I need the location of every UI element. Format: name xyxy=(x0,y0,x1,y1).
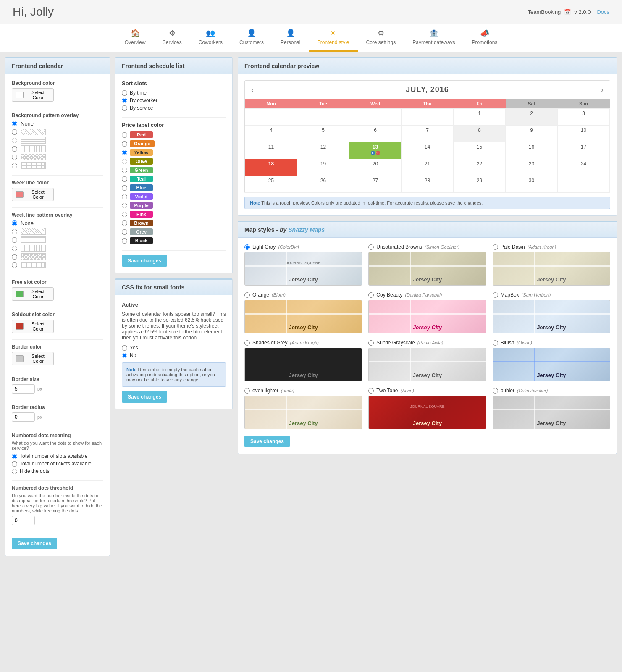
cal-day-16[interactable]: 16 xyxy=(506,142,558,159)
pattern-5-radio[interactable] xyxy=(12,163,17,168)
cal-day-4[interactable]: 4 xyxy=(245,126,297,142)
schedule-save-button[interactable]: Save changes xyxy=(122,255,167,267)
map-subtle-grey-radio[interactable] xyxy=(368,340,374,346)
sort-by-service-radio[interactable] xyxy=(122,105,127,111)
cal-day-17[interactable]: 17 xyxy=(558,142,610,159)
dots-threshold-input[interactable] xyxy=(12,516,35,525)
cal-day-30[interactable]: 30 xyxy=(506,176,558,193)
price-teal-radio[interactable] xyxy=(122,176,127,182)
cal-day-9[interactable]: 9 xyxy=(506,126,558,142)
price-yellow-radio[interactable] xyxy=(122,150,127,155)
week-pattern-2-radio[interactable] xyxy=(12,237,17,243)
css-fix-no-radio[interactable] xyxy=(122,353,127,358)
cal-day-5[interactable]: 5 xyxy=(297,126,349,142)
price-purple-radio[interactable] xyxy=(122,203,127,208)
map-coy-radio[interactable] xyxy=(368,292,374,298)
css-fix-no[interactable]: No xyxy=(122,352,226,358)
map-bluish-radio[interactable] xyxy=(493,340,498,346)
sort-by-coworker-radio[interactable] xyxy=(122,98,127,103)
pattern-none-radio[interactable] xyxy=(12,121,17,126)
calendar-next-button[interactable]: › xyxy=(601,85,604,94)
cal-day-18[interactable]: 18 xyxy=(245,159,297,176)
css-fix-save-button[interactable]: Save changes xyxy=(122,391,167,403)
css-fix-yes-radio[interactable] xyxy=(122,345,127,351)
pattern-3-radio[interactable] xyxy=(12,146,17,152)
price-pink-radio[interactable] xyxy=(122,212,127,217)
dots-option-tickets[interactable]: Total number of tickets available xyxy=(12,461,103,467)
cal-day-21[interactable]: 21 xyxy=(402,159,454,176)
pattern-4-radio[interactable] xyxy=(12,155,17,160)
week-pattern-3-radio[interactable] xyxy=(12,246,17,251)
week-line-color-button[interactable]: Select Color xyxy=(12,188,54,201)
bg-color-button[interactable]: Select Color xyxy=(12,88,54,102)
price-red-radio[interactable] xyxy=(122,132,127,138)
dots-tickets-radio[interactable] xyxy=(12,461,17,467)
sort-by-service[interactable]: By service xyxy=(122,105,226,111)
cal-day-11[interactable]: 11 xyxy=(245,142,297,159)
sort-by-time-radio[interactable] xyxy=(122,90,127,96)
cal-day-1[interactable]: 1 xyxy=(454,109,506,126)
dots-hide-radio[interactable] xyxy=(12,469,17,474)
calendar-prev-button[interactable]: ‹ xyxy=(251,85,254,94)
frontend-calendar-save-button[interactable]: Save changes xyxy=(12,538,57,549)
price-black-radio[interactable] xyxy=(122,238,127,244)
cal-day-15[interactable]: 15 xyxy=(454,142,506,159)
cal-day-6[interactable]: 6 xyxy=(349,126,402,142)
cal-day-10[interactable]: 10 xyxy=(558,126,610,142)
nav-promotions[interactable]: 📣 Promotions xyxy=(464,24,506,52)
week-pattern-4-radio[interactable] xyxy=(12,254,17,260)
price-green-radio[interactable] xyxy=(122,168,127,173)
cal-day-25[interactable]: 25 xyxy=(245,176,297,193)
price-grey-radio[interactable] xyxy=(122,229,127,235)
price-blue-radio[interactable] xyxy=(122,185,127,191)
map-shades-grey-radio[interactable] xyxy=(244,340,250,346)
cal-day-22[interactable]: 22 xyxy=(454,159,506,176)
border-color-button[interactable]: Select Color xyxy=(12,352,54,365)
price-violet-radio[interactable] xyxy=(122,194,127,200)
cal-day-14[interactable]: 14 xyxy=(402,142,454,159)
cal-day-20[interactable]: 20 xyxy=(349,159,402,176)
cal-day-26[interactable]: 26 xyxy=(297,176,349,193)
border-size-input[interactable] xyxy=(12,384,35,394)
week-pattern-1-radio[interactable] xyxy=(12,229,17,234)
map-even-lighter-radio[interactable] xyxy=(244,388,250,394)
nav-core-settings[interactable]: ⚙ Core settings xyxy=(358,24,404,52)
nav-personal[interactable]: 👤 Personal xyxy=(272,24,309,52)
nav-payment-gateways[interactable]: 🏦 Payment gateways xyxy=(404,24,463,52)
dots-slots-radio[interactable] xyxy=(12,454,17,459)
map-two-tone-radio[interactable] xyxy=(368,388,374,394)
pattern-1-radio[interactable] xyxy=(12,129,17,135)
css-fix-yes[interactable]: Yes xyxy=(122,345,226,351)
cal-day-24[interactable]: 24 xyxy=(558,159,610,176)
week-pattern-5-radio[interactable] xyxy=(12,262,17,268)
cal-day-12[interactable]: 12 xyxy=(297,142,349,159)
map-orange-radio[interactable] xyxy=(244,292,250,298)
map-styles-save-button[interactable]: Save changes xyxy=(244,436,290,447)
cal-day-28[interactable]: 28 xyxy=(402,176,454,193)
nav-frontend-style[interactable]: ☀ Frontend style xyxy=(309,24,357,52)
cal-day-13[interactable]: 13 8 13 xyxy=(349,142,402,159)
cal-day-8[interactable]: 8 xyxy=(454,126,506,142)
border-radius-input[interactable] xyxy=(12,412,35,422)
nav-customers[interactable]: 👤 Customers xyxy=(231,24,272,52)
snazzy-maps-link[interactable]: Snazzy Maps xyxy=(288,226,325,233)
soldout-slot-button[interactable]: Select Color xyxy=(12,320,54,333)
free-slot-button[interactable]: Select Color xyxy=(12,287,54,301)
map-unsaturated-radio[interactable] xyxy=(368,244,374,250)
price-olive-radio[interactable] xyxy=(122,159,127,164)
sort-by-time[interactable]: By time xyxy=(122,90,226,96)
cal-day-2[interactable]: 2 xyxy=(506,109,558,126)
cal-day-27[interactable]: 27 xyxy=(349,176,402,193)
map-pale-dawn-radio[interactable] xyxy=(493,244,498,250)
dots-option-slots[interactable]: Total number of slots available xyxy=(12,453,103,459)
cal-day-23[interactable]: 23 xyxy=(506,159,558,176)
cal-day-3[interactable]: 3 xyxy=(558,109,610,126)
map-light-gray-radio[interactable] xyxy=(244,244,250,250)
pattern-2-radio[interactable] xyxy=(12,138,17,143)
sort-by-coworker[interactable]: By coworker xyxy=(122,97,226,103)
cal-day-29[interactable]: 29 xyxy=(454,176,506,193)
nav-coworkers[interactable]: 👥 Coworkers xyxy=(190,24,231,52)
map-mapbox-radio[interactable] xyxy=(493,292,498,298)
price-orange-radio[interactable] xyxy=(122,141,127,147)
cal-day-19[interactable]: 19 xyxy=(297,159,349,176)
